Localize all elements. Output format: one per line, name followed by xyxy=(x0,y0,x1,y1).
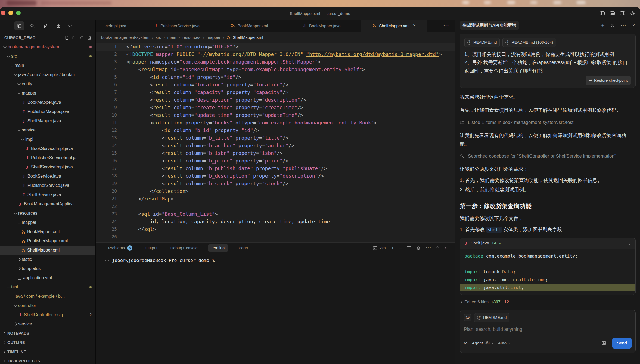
split-terminal-icon[interactable] xyxy=(407,246,411,250)
panel-tab-terminal[interactable]: Terminal xyxy=(208,244,228,252)
tree-item-book-management-system[interactable]: book-management-system xyxy=(0,42,95,52)
terminal-prompt[interactable]: jdoer@jdoerdeMacBook-Pro cursor_demo % xyxy=(112,258,215,263)
tree-item-publishermapper.java[interactable]: JPublisherMapper.java xyxy=(0,107,95,116)
breadcrumb-item[interactable]: main xyxy=(167,35,176,40)
extensions-icon[interactable] xyxy=(53,21,64,30)
attach-image-icon[interactable] xyxy=(601,341,606,346)
panel-tab-debug-console[interactable]: Debug Console xyxy=(168,244,200,252)
tree-item-bookmapper.xml[interactable]: BookMapper.xml xyxy=(0,227,95,236)
breadcrumb-item[interactable]: mapper xyxy=(207,35,220,40)
code-card-header[interactable]: J Shelf.java +4 ✓ xyxy=(460,238,635,249)
code-line-11[interactable]: 11 <collection property="books" ofType="… xyxy=(96,119,455,127)
sidebar-section-notepads[interactable]: NOTEPADS xyxy=(0,329,95,338)
code-line-3[interactable]: 3<mapper namespace="com.example.bookmana… xyxy=(96,58,455,66)
code-line-4[interactable]: 4 <resultMap id="BaseResultMap" type="co… xyxy=(96,66,455,73)
source-control-icon[interactable] xyxy=(40,21,51,30)
code-line-6[interactable]: 6 <result column="location" property="lo… xyxy=(96,81,455,89)
tree-item-bookmapper.java[interactable]: JBookMapper.java xyxy=(0,98,95,107)
tree-item-controller[interactable]: controller xyxy=(0,301,95,310)
close-panel-icon[interactable]: × xyxy=(444,245,447,251)
code-line-18[interactable]: 18 <result column="b_description" proper… xyxy=(96,172,455,180)
code-line-5[interactable]: 5 <id column="id" property="id"/> xyxy=(96,73,455,81)
breadcrumb-item[interactable]: resources xyxy=(182,35,200,40)
tree-item-main[interactable]: main xyxy=(0,61,95,70)
tree-item-shelfserviceimpl.java[interactable]: JShelfServiceImpl.java xyxy=(0,162,95,172)
tree-item-entity[interactable]: entity xyxy=(0,79,95,89)
panel-tab-problems[interactable]: Problems6 xyxy=(105,244,135,252)
sidebar-section-timeline[interactable]: TIMELINE xyxy=(0,347,95,356)
refresh-icon[interactable] xyxy=(80,36,84,40)
title-bar[interactable]: ShelfMapper.xml — cursor_demo xyxy=(0,7,640,20)
tab-ceImpl.java[interactable]: ceImpl.java xyxy=(96,20,136,32)
code-line-13[interactable]: 13 <result column="b_title" property="ti… xyxy=(96,134,455,142)
send-button[interactable]: Send xyxy=(612,338,632,349)
chat-title[interactable]: 生成测试用例与API功能新增 xyxy=(460,21,519,30)
tree-item-resources[interactable]: resources xyxy=(0,209,95,218)
kill-terminal-icon[interactable] xyxy=(416,246,421,250)
sidebar-section-outline[interactable]: OUTLINE xyxy=(0,338,95,347)
collapse-folders-icon[interactable] xyxy=(88,36,92,40)
breadcrumb-item[interactable]: book-management-system xyxy=(101,35,150,40)
tree-item-publisherservice.java[interactable]: JPublisherService.java xyxy=(0,181,95,190)
tree-item-service[interactable]: service xyxy=(0,125,95,135)
add-context-button[interactable]: @ xyxy=(464,314,471,321)
code-line-9[interactable]: 9 <result column="create_time" property=… xyxy=(96,104,455,111)
code-line-14[interactable]: 14 <result column="b_author" property="a… xyxy=(96,142,455,149)
terminal-more-icon[interactable]: ··· xyxy=(426,245,431,251)
split-editor-icon[interactable] xyxy=(433,24,437,27)
panel-tab-output[interactable]: Output xyxy=(143,244,160,252)
tree-item-bookserviceimpl.java[interactable]: JBookServiceImpl.java xyxy=(0,144,95,153)
maximize-panel-chevron-icon[interactable] xyxy=(436,246,439,249)
tree-item-bookmanagementapplicat-[interactable]: JBookManagementApplicat… xyxy=(0,199,95,209)
code-line-22[interactable]: 22 xyxy=(96,203,455,210)
close-chat-icon[interactable]: × xyxy=(632,22,635,28)
tree-item-shelfservice.java[interactable]: JShelfService.java xyxy=(0,190,95,199)
chat-history-icon[interactable] xyxy=(610,23,615,28)
code-line-26[interactable]: 26 xyxy=(96,233,455,241)
tab-BookMapper.java[interactable]: JBookMapper.java xyxy=(282,20,361,32)
chat-more-icon[interactable]: ··· xyxy=(621,23,626,28)
tree-item-service[interactable]: service xyxy=(0,319,95,329)
code-line-12[interactable]: 12 <id column="b_id" property="id"/> xyxy=(96,127,455,134)
tree-item-publishermapper.xml[interactable]: PublisherMapper.xml xyxy=(0,236,95,246)
code-line-10[interactable]: 10 <result column="update_time" property… xyxy=(96,111,455,119)
context-chip[interactable]: iREADME.md (103-104) xyxy=(502,38,556,47)
toggle-panel-icon[interactable] xyxy=(610,11,615,15)
search-icon[interactable] xyxy=(27,21,38,30)
code-line-7[interactable]: 7 <result column="capacity" property="ca… xyxy=(96,89,455,96)
tab-PublisherService.java[interactable]: JPublisherService.java xyxy=(136,20,217,32)
toggle-left-sidebar-icon[interactable] xyxy=(600,11,605,15)
code-line-16[interactable]: 16 <result column="b_price" property="pr… xyxy=(96,157,455,165)
code-line-15[interactable]: 15 <result column="b_isbn" property="isb… xyxy=(96,149,455,157)
tree-item-templates[interactable]: templates xyxy=(0,264,95,273)
tree-item-java-com-example-bookm-[interactable]: java / com / example / bookm… xyxy=(0,70,95,79)
shell-selector[interactable]: zsh xyxy=(373,246,386,250)
tree-item-application.yml[interactable]: application.yml xyxy=(0,273,95,283)
model-selector[interactable]: Auto xyxy=(498,340,510,347)
code-line-25[interactable]: 25 </sql> xyxy=(96,225,455,233)
tab-ShelfMapper.xml[interactable]: ShelfMapper.xml× xyxy=(361,20,427,32)
explorer-header[interactable]: CURSOR_DEMO xyxy=(0,33,95,42)
breadcrumb-leaf[interactable]: ShelfMapper.xml xyxy=(227,35,263,40)
sidebar-section-java-projects[interactable]: JAVA PROJECTS xyxy=(0,356,95,364)
panel-tab-ports[interactable]: Ports xyxy=(236,244,251,252)
expand-code-card-icon[interactable] xyxy=(627,241,632,245)
tree-item-publisherserviceimpl.ja-[interactable]: JPublisherServiceImpl.ja… xyxy=(0,153,95,162)
edited-files-summary[interactable]: Edited 6 files +397 -12 xyxy=(460,298,636,305)
tree-item-mapper[interactable]: mapper xyxy=(0,218,95,227)
context-chip[interactable]: iREADME.md xyxy=(464,38,500,47)
tree-item-bookservice.java[interactable]: JBookService.java xyxy=(0,172,95,181)
tree-item-java-com-example-b-[interactable]: java / com / example / b… xyxy=(0,292,95,301)
tree-item-shelfmapper.xml[interactable]: ShelfMapper.xml xyxy=(0,246,95,255)
editor-more-actions-icon[interactable]: ··· xyxy=(443,23,449,29)
tree-item-src[interactable]: src xyxy=(0,52,95,61)
tree-item-mapper[interactable]: mapper xyxy=(0,89,95,98)
code-line-20[interactable]: 20 </collection> xyxy=(96,187,455,195)
new-file-icon[interactable] xyxy=(65,36,69,40)
explorer-icon[interactable] xyxy=(14,21,24,30)
code-line-17[interactable]: 17 <result column="b_publish_date" prope… xyxy=(96,165,455,172)
code-line-23[interactable]: 23 <sql id="Base_Column_List"> xyxy=(96,210,455,218)
code-editor[interactable]: 1<?xml version="1.0" encoding="UTF-8"?>2… xyxy=(96,43,455,242)
activity-overflow-chevron-icon[interactable] xyxy=(66,21,73,30)
code-line-21[interactable]: 21 </resultMap> xyxy=(96,195,455,203)
